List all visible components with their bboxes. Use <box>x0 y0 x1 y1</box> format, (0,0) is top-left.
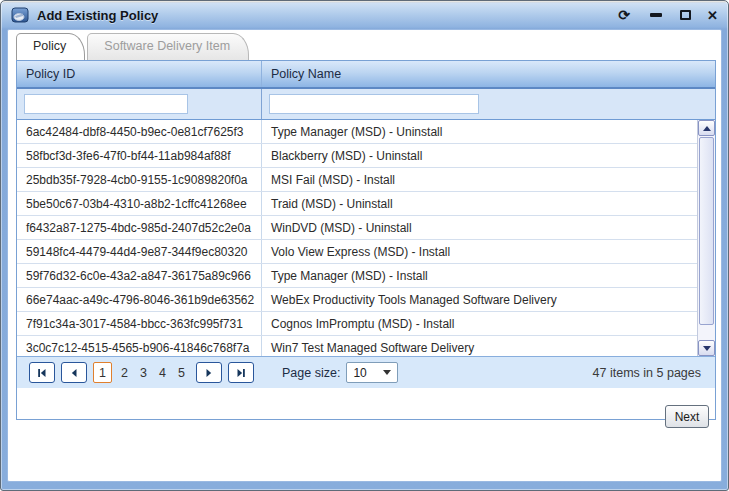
page-number-link[interactable]: 5 <box>173 366 190 380</box>
table-row[interactable]: 59f76d32-6c0e-43a2-a847-36175a89c966 Typ… <box>17 264 697 288</box>
window-title: Add Existing Policy <box>37 8 158 23</box>
tab-policy[interactable]: Policy <box>16 33 85 60</box>
policy-name-cell: Win7 Test Managed Software Delivery <box>261 336 697 356</box>
policy-id-cell: 6ac42484-dbf8-4450-b9ec-0e81cf7625f3 <box>17 120 261 143</box>
scroll-down-button[interactable] <box>698 340 715 356</box>
policy-name-cell: Traid (MSD) - Uninstall <box>261 192 697 215</box>
policy-grid: Policy ID Policy Name 6ac42484-dbf8-4450… <box>16 60 716 420</box>
add-existing-policy-dialog: Add Existing Policy ⟳ ✕ Policy Software … <box>0 0 729 491</box>
page-number-group: 1 2 3 4 5 <box>93 362 192 383</box>
tab-software-delivery-item-label: Software Delivery Item <box>104 39 230 53</box>
table-row[interactable]: 5be50c67-03b4-4310-a8b2-1cffc41268ee Tra… <box>17 192 697 216</box>
last-page-icon <box>236 368 246 378</box>
tab-software-delivery-item[interactable]: Software Delivery Item <box>87 33 249 60</box>
window-controls: ⟳ ✕ <box>618 8 718 22</box>
grid-rows: 6ac42484-dbf8-4450-b9ec-0e81cf7625f3 Typ… <box>17 120 697 356</box>
scroll-up-button[interactable] <box>698 120 715 136</box>
table-row[interactable]: f6432a87-1275-4bdc-985d-2407d52c2e0a Win… <box>17 216 697 240</box>
arrow-up-icon <box>703 126 711 131</box>
policy-name-cell: WinDVD (MSD) - Uninstall <box>261 216 697 239</box>
scrollbar-track[interactable] <box>699 136 714 340</box>
policy-id-cell: 59148fc4-4479-44d4-9e87-344f9ec80320 <box>17 240 261 263</box>
policy-name-cell: Type Manager (MSD) - Uninstall <box>261 120 697 143</box>
policy-name-cell: Volo View Express (MSD) - Install <box>261 240 697 263</box>
page-size-value: 10 <box>353 366 366 380</box>
first-page-button[interactable] <box>29 362 55 383</box>
scrollbar-thumb[interactable] <box>699 137 714 325</box>
page-number-current[interactable]: 1 <box>93 362 112 383</box>
page-number-link[interactable]: 3 <box>135 366 152 380</box>
dialog-content: Policy Software Delivery Item Policy ID … <box>7 29 722 482</box>
policy-id-cell: 3c0c7c12-4515-4565-b906-41846c768f7a <box>17 336 261 356</box>
policy-name-cell: MSI Fail (MSD) - Install <box>261 168 697 191</box>
policy-id-cell: 59f76d32-6c0e-43a2-a847-36175a89c966 <box>17 264 261 287</box>
refresh-icon[interactable]: ⟳ <box>618 8 630 22</box>
title-bar: Add Existing Policy ⟳ ✕ <box>1 1 728 29</box>
grid-header: Policy ID Policy Name <box>17 61 715 89</box>
policy-name-filter-input[interactable] <box>269 94 479 114</box>
policy-id-cell: f6432a87-1275-4bdc-985d-2407d52c2e0a <box>17 216 261 239</box>
policy-id-cell: 25bdb35f-7928-4cb0-9155-1c9089820f0a <box>17 168 261 191</box>
next-page-icon <box>204 368 214 378</box>
table-row[interactable]: 58fbcf3d-3fe6-47f0-bf44-11ab984af88f Bla… <box>17 144 697 168</box>
table-row[interactable]: 59148fc4-4479-44d4-9e87-344f9ec80320 Vol… <box>17 240 697 264</box>
table-row[interactable]: 7f91c34a-3017-4584-bbcc-363fc995f731 Cog… <box>17 312 697 336</box>
next-page-button[interactable] <box>196 362 222 383</box>
page-size-label: Page size: <box>282 366 340 380</box>
next-button[interactable]: Next <box>665 405 709 428</box>
tab-policy-label: Policy <box>33 39 66 53</box>
previous-page-icon <box>69 368 79 378</box>
column-header-policy-id[interactable]: Policy ID <box>17 61 261 87</box>
table-row[interactable]: 66e74aac-a49c-4796-8046-361b9de63562 Web… <box>17 288 697 312</box>
policy-id-cell: 5be50c67-03b4-4310-a8b2-1cffc41268ee <box>17 192 261 215</box>
table-row[interactable]: 3c0c7c12-4515-4565-b906-41846c768f7a Win… <box>17 336 697 356</box>
policy-name-cell: Type Manager (MSD) - Install <box>261 264 697 287</box>
last-page-button[interactable] <box>228 362 254 383</box>
filter-row <box>17 89 715 120</box>
policy-id-cell: 7f91c34a-3017-4584-bbcc-363fc995f731 <box>17 312 261 335</box>
chevron-down-icon <box>383 370 391 375</box>
pager-bar: 1 2 3 4 5 Page size: <box>17 356 715 388</box>
vertical-scrollbar <box>697 120 715 356</box>
policy-id-cell: 66e74aac-a49c-4796-8046-361b9de63562 <box>17 288 261 311</box>
tab-strip: Policy Software Delivery Item <box>16 32 249 60</box>
minimize-icon[interactable] <box>650 13 662 17</box>
policy-name-cell: Cognos ImPromptu (MSD) - Install <box>261 312 697 335</box>
page-number-link[interactable]: 2 <box>116 366 133 380</box>
policy-id-cell: 58fbcf3d-3fe6-47f0-bf44-11ab984af88f <box>17 144 261 167</box>
grid-rows-viewport: 6ac42484-dbf8-4450-b9ec-0e81cf7625f3 Typ… <box>17 120 715 356</box>
policy-id-filter-input[interactable] <box>24 94 188 114</box>
pager-summary: 47 items in 5 pages <box>593 366 701 380</box>
filter-cell-policy-name <box>261 89 715 119</box>
close-icon[interactable]: ✕ <box>707 9 718 22</box>
policy-name-cell: Blackberry (MSD) - Uninstall <box>261 144 697 167</box>
table-row[interactable]: 25bdb35f-7928-4cb0-9155-1c9089820f0a MSI… <box>17 168 697 192</box>
maximize-icon[interactable] <box>680 10 691 20</box>
app-icon <box>11 7 29 23</box>
first-page-icon <box>37 368 47 378</box>
page-size-dropdown[interactable]: 10 <box>346 362 398 383</box>
filter-cell-policy-id <box>17 94 261 114</box>
arrow-down-icon <box>703 346 711 351</box>
page-number-link[interactable]: 4 <box>154 366 171 380</box>
policy-name-cell: WebEx Productivity Tools Managed Softwar… <box>261 288 697 311</box>
previous-page-button[interactable] <box>61 362 87 383</box>
table-row[interactable]: 6ac42484-dbf8-4450-b9ec-0e81cf7625f3 Typ… <box>17 120 697 144</box>
column-header-policy-name[interactable]: Policy Name <box>261 61 715 87</box>
